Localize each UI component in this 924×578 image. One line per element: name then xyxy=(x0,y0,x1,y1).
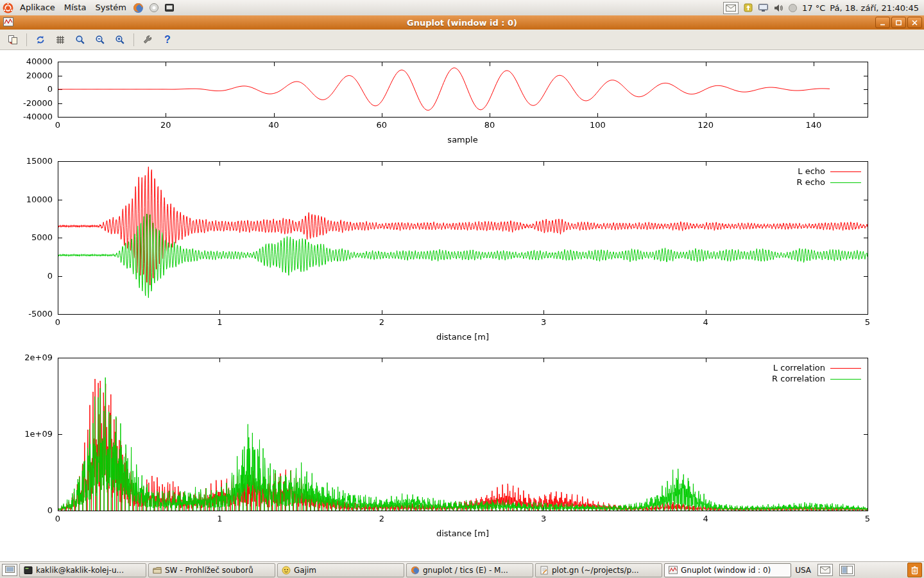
window-title: Gnuplot (window id : 0) xyxy=(0,18,924,28)
taskbar-item-gnuplot[interactable]: Gnuplot (window id : 0) xyxy=(664,563,791,577)
clock-applet[interactable]: Pá, 18. září, 21:40:45 xyxy=(830,3,919,13)
mail-notification-icon[interactable] xyxy=(723,2,739,14)
help-icon: ? xyxy=(164,34,171,46)
panel-tray: 17 °C Pá, 18. září, 21:40:45 xyxy=(723,0,924,15)
gnuplot-window-icon xyxy=(3,17,13,29)
chart-echo-signals[interactable] xyxy=(0,156,924,352)
firefox-icon xyxy=(411,566,420,575)
grid-button[interactable] xyxy=(51,31,69,48)
top-panel: Aplikace Místa Systém xyxy=(0,0,924,16)
help-launcher-icon[interactable] xyxy=(146,0,162,15)
gajim-icon xyxy=(282,566,291,575)
taskbar-item-label: kaklik@kaklik-kolej-u... xyxy=(36,566,124,575)
taskbar-item-label: SW - Prohlížeč souborů xyxy=(165,566,253,575)
weather-icon[interactable] xyxy=(788,3,798,13)
toolbar-separator xyxy=(26,33,27,46)
terminal-launcher-icon[interactable] xyxy=(162,0,177,15)
trash-icon[interactable] xyxy=(907,563,922,577)
mail-icon[interactable] xyxy=(817,564,833,576)
window-controls xyxy=(875,17,924,28)
chart-chirp-signal[interactable] xyxy=(0,50,924,156)
taskbar-spacer xyxy=(861,570,901,570)
maximize-button[interactable] xyxy=(891,17,906,28)
terminal-icon xyxy=(24,566,33,575)
taskbar-item-text-editor[interactable]: plot.gn (~/projects/p... xyxy=(535,563,662,577)
taskbar-item-terminal[interactable]: kaklik@kaklik-kolej-u... xyxy=(19,563,146,577)
taskbar-item-label: Gnuplot (window id : 0) xyxy=(681,566,771,575)
copy-to-clipboard-button[interactable] xyxy=(4,31,22,48)
chart-correlations[interactable] xyxy=(0,352,924,545)
refresh-button[interactable] xyxy=(31,31,49,48)
keyboard-layout-indicator[interactable]: USA xyxy=(795,566,811,575)
taskbar: kaklik@kaklik-kolej-u... SW - Prohlížeč … xyxy=(0,561,924,578)
taskbar-item-label: plot.gn (~/projects/p... xyxy=(552,566,639,575)
taskbar-item-file-browser[interactable]: SW - Prohlížeč souborů xyxy=(148,563,275,577)
window-toolbar: ? xyxy=(0,30,924,50)
ubuntu-logo-icon[interactable] xyxy=(0,0,15,15)
temperature-indicator[interactable]: 17 °C xyxy=(802,3,825,13)
software-update-icon[interactable] xyxy=(743,3,753,13)
menu-applications[interactable]: Aplikace xyxy=(15,0,60,15)
close-button[interactable] xyxy=(907,17,922,28)
panel-left: Aplikace Místa Systém xyxy=(0,0,177,15)
file-manager-icon xyxy=(153,566,162,575)
firefox-launcher-icon[interactable] xyxy=(131,0,146,15)
workspace-switcher[interactable] xyxy=(839,564,855,576)
zoom-out-button[interactable] xyxy=(91,31,109,48)
volume-icon[interactable] xyxy=(773,3,783,13)
help-button[interactable]: ? xyxy=(158,31,176,48)
desktop: Aplikace Místa Systém xyxy=(0,0,924,578)
remote-desktop-icon[interactable] xyxy=(758,3,769,13)
zoom-button[interactable] xyxy=(71,31,89,48)
zoom-in-button[interactable] xyxy=(111,31,129,48)
text-editor-icon xyxy=(540,566,549,575)
show-desktop-button[interactable] xyxy=(2,564,17,576)
taskbar-item-label: gnuplot / tics (E) - M... xyxy=(423,566,508,575)
menu-places[interactable]: Místa xyxy=(60,0,91,15)
taskbar-item-firefox[interactable]: gnuplot / tics (E) - M... xyxy=(406,563,533,577)
taskbar-right: USA xyxy=(795,563,922,577)
toolbar-separator xyxy=(133,33,134,46)
taskbar-item-label: Gajim xyxy=(294,566,316,575)
plot-area xyxy=(0,50,924,562)
taskbar-item-gajim[interactable]: Gajim xyxy=(277,563,404,577)
gnuplot-icon xyxy=(669,566,678,574)
minimize-button[interactable] xyxy=(875,17,890,28)
settings-wrench-button[interactable] xyxy=(139,31,157,48)
menu-system[interactable]: Systém xyxy=(90,0,130,15)
window-titlebar[interactable]: Gnuplot (window id : 0) xyxy=(0,15,924,30)
